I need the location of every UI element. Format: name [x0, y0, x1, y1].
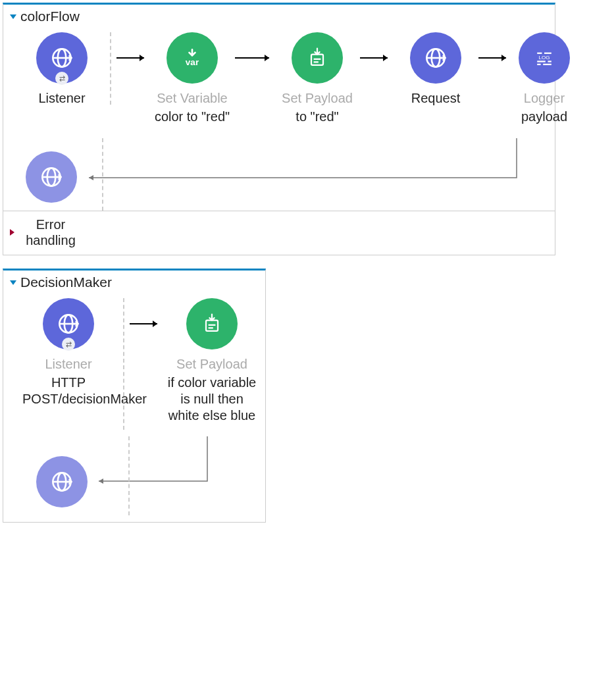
caret-down-icon	[10, 280, 16, 285]
step-name: Set Payload	[176, 356, 247, 372]
step-desc: to "red"	[295, 109, 338, 125]
step-name: Listener	[38, 90, 85, 106]
arrow-icon	[478, 32, 511, 84]
step-name: Listener	[45, 356, 91, 372]
phase-divider	[110, 32, 111, 105]
return-path	[10, 436, 260, 515]
arrow-icon	[235, 32, 274, 84]
phase-divider	[123, 298, 124, 430]
exchange-badge-icon: ⇄	[55, 72, 68, 85]
step-set-variable[interactable]: var Set Variable color to "red"	[149, 32, 235, 125]
request-icon	[410, 32, 461, 84]
arrow-icon	[360, 32, 393, 84]
step-name: Logger	[524, 90, 565, 106]
step-desc: color to "red"	[155, 109, 230, 125]
logger-icon: LOG	[519, 32, 570, 84]
phase-divider	[128, 436, 130, 515]
step-name: Set Variable	[157, 90, 227, 106]
exchange-badge-icon: ⇄	[62, 338, 75, 351]
step-desc: if color variable is null then white els…	[166, 374, 258, 424]
set-payload-icon	[292, 32, 343, 84]
step-listener[interactable]: ⇄ Listener HTTP POST/decisionMaker	[19, 298, 118, 407]
svg-text:var: var	[186, 57, 199, 67]
step-logger[interactable]: LOG Logger payload	[511, 32, 577, 125]
step-listener[interactable]: ⇄ Listener	[19, 32, 105, 106]
step-desc: payload	[521, 109, 567, 125]
arrow-icon	[130, 298, 163, 349]
step-request[interactable]: Request	[393, 32, 478, 106]
svg-text:LOG: LOG	[538, 55, 550, 61]
flow-header[interactable]: DecisionMaker	[10, 274, 259, 290]
step-name: Set Payload	[282, 90, 353, 106]
listener-icon: ⇄	[43, 298, 94, 349]
flow-header[interactable]: colorFlow	[10, 9, 548, 24]
step-desc: HTTP POST/decisionMaker	[22, 374, 115, 407]
set-payload-icon	[186, 298, 238, 349]
set-variable-icon: var	[167, 32, 218, 84]
flow-title: colorFlow	[20, 9, 80, 24]
step-name: Request	[411, 90, 461, 106]
steps-row: ⇄ Listener HTTP POST/decisionMaker Set P…	[10, 298, 259, 430]
error-label: Error handling	[21, 217, 80, 248]
flow-title: DecisionMaker	[20, 274, 112, 290]
flow-panel-decisionmaker: DecisionMaker ⇄ Listener HTTP POST/decis…	[3, 269, 266, 523]
listener-icon: ⇄	[36, 32, 88, 84]
steps-row: ⇄ Listener var Set Variable color to "re…	[10, 32, 548, 125]
caret-right-icon	[10, 229, 14, 236]
return-path	[10, 138, 550, 217]
phase-divider	[102, 138, 103, 211]
step-set-payload[interactable]: Set Payload if color variable is null th…	[163, 298, 261, 424]
flow-panel-colorflow: colorFlow ⇄ Listener	[3, 3, 555, 255]
step-set-payload[interactable]: Set Payload to "red"	[274, 32, 360, 125]
arrow-icon	[116, 32, 149, 84]
caret-down-icon	[10, 14, 16, 19]
